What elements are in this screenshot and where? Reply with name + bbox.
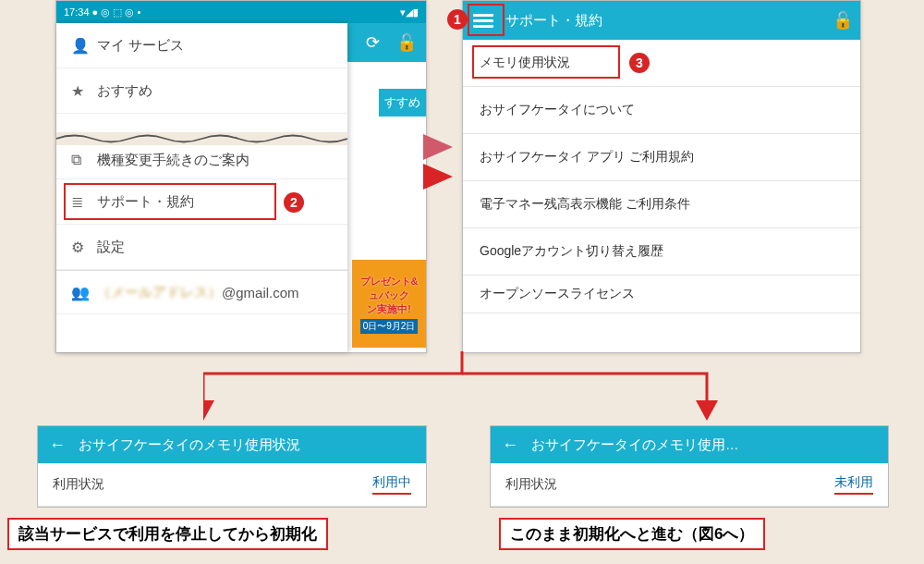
- back-icon[interactable]: ←: [49, 435, 66, 455]
- drawer-my-service[interactable]: 👤マイ サービス: [56, 23, 347, 68]
- right-app-panel: サポート・規約 🔓 メモリ使用状況 3 おサイフケータイについて おサイフケータ…: [462, 0, 861, 353]
- usage-row: 利用状況 利用中: [38, 463, 426, 507]
- usage-label: 利用状況: [505, 476, 557, 493]
- list-icon: ≣: [71, 193, 97, 211]
- caption-left: 該当サービスで利用を停止してから初期化: [7, 518, 328, 550]
- account-prefix: （メールアドレス）: [97, 284, 222, 301]
- drawer-item-label: 機種変更手続きのご案内: [97, 152, 249, 169]
- drawer-item-label: マイ サービス: [97, 37, 184, 55]
- svg-marker-1: [423, 164, 453, 190]
- promo-l4: 0日〜9月2日: [360, 319, 419, 334]
- page-title: サポート・規約: [505, 12, 833, 30]
- drawer-support-terms[interactable]: ≣サポート・規約 2: [56, 179, 347, 225]
- list-item-label: メモリ使用状況: [480, 55, 570, 71]
- callout-badge-2: 2: [284, 192, 304, 213]
- status-right-icons: ▾◢▮: [400, 6, 419, 18]
- bottom-right-panel: ← おサイフケータイのメモリ使用… 利用状況 未利用: [490, 425, 889, 508]
- promo-l1: プレゼント&: [360, 275, 419, 288]
- support-list: メモリ使用状況 3 おサイフケータイについて おサイフケータイ アプリ ご利用規…: [463, 40, 860, 313]
- callout-badge-3: 3: [629, 53, 650, 73]
- usage-value-unused: 未利用: [834, 474, 873, 495]
- drawer-item-label: 設定: [97, 239, 125, 256]
- promo-l3: ン実施中!: [367, 302, 411, 316]
- svg-marker-3: [696, 400, 718, 421]
- status-time: 17:34: [64, 6, 90, 18]
- svg-marker-2: [203, 400, 214, 421]
- memory-usage-titlebar: ← おサイフケータイのメモリ使用状況: [38, 426, 426, 463]
- page-title: おサイフケータイのメモリ使用…: [531, 436, 739, 454]
- account-domain: @gmail.com: [222, 285, 299, 300]
- list-item-label: おサイフケータイ アプリ ご利用規約: [480, 149, 694, 166]
- people-icon: 👥: [71, 284, 97, 301]
- svg-marker-0: [423, 134, 453, 160]
- lock-icon[interactable]: 🔓: [396, 32, 417, 53]
- refresh-icon[interactable]: ⟳: [366, 32, 380, 53]
- page-title: おサイフケータイのメモリ使用状況: [79, 436, 300, 454]
- list-item-label: 電子マネー残高表示機能 ご利用条件: [480, 196, 690, 213]
- drawer-recommended[interactable]: ★おすすめ: [56, 68, 347, 114]
- status-bar: 17:34 ● ◎ ⬚ ◎ • ▾◢▮: [56, 1, 426, 23]
- star-icon: ★: [71, 82, 97, 100]
- person-icon: 👤: [71, 37, 97, 55]
- list-google-switch[interactable]: Googleアカウント切り替え履歴: [463, 228, 860, 276]
- caption-right: このまま初期化へと進む（図6へ）: [499, 518, 765, 550]
- drawer-settings[interactable]: ⚙設定: [56, 225, 347, 270]
- usage-value-inuse: 利用中: [372, 474, 411, 495]
- gear-icon: ⚙: [71, 239, 97, 256]
- left-app-panel: 17:34 ● ◎ ⬚ ◎ • ▾◢▮ ⟳ 🔓 すすめ 👤マイ サービス ★おす…: [55, 0, 427, 353]
- hamburger-icon[interactable]: [470, 7, 496, 33]
- drawer-account[interactable]: 👥 （メールアドレス）@gmail.com: [56, 270, 347, 314]
- support-titlebar: サポート・規約 🔓: [463, 1, 860, 40]
- promo-banner-peek: プレゼント& ュバック ン実施中! 0日〜9月2日: [352, 260, 426, 348]
- list-memory-usage[interactable]: メモリ使用状況 3: [463, 40, 860, 87]
- usage-row: 利用状況 未利用: [491, 463, 888, 507]
- memory-usage-titlebar: ← おサイフケータイのメモリ使用…: [491, 426, 888, 463]
- promo-l2: ュバック: [369, 288, 409, 302]
- list-app-terms[interactable]: おサイフケータイ アプリ ご利用規約: [463, 134, 860, 181]
- list-oss-license[interactable]: オープンソースライセンス: [463, 276, 860, 313]
- flow-split-arrow-icon: [203, 351, 721, 435]
- callout-badge-1: 1: [447, 9, 468, 30]
- tab-peek[interactable]: すすめ: [379, 89, 426, 116]
- drawer-item-label: サポート・規約: [97, 193, 194, 211]
- bottom-left-panel: ← おサイフケータイのメモリ使用状況 利用状況 利用中: [37, 425, 427, 508]
- list-item-label: おサイフケータイについて: [480, 102, 635, 118]
- list-about-osaifu[interactable]: おサイフケータイについて: [463, 87, 860, 134]
- back-icon[interactable]: ←: [502, 435, 518, 455]
- usage-label: 利用状況: [53, 476, 104, 493]
- drawer-item-label: おすすめ: [97, 82, 152, 100]
- device-icon: ⧉: [71, 152, 97, 168]
- list-item-label: オープンソースライセンス: [480, 286, 635, 302]
- list-item-label: Googleアカウント切り替え履歴: [480, 243, 663, 260]
- status-left-icons: ● ◎ ⬚ ◎ •: [92, 6, 141, 18]
- nav-drawer: 👤マイ サービス ★おすすめ ⧉機種変更手続きのご案内 ≣サポート・規約 2 ⚙…: [56, 23, 347, 352]
- lock-icon[interactable]: 🔓: [833, 10, 853, 31]
- drawer-model-change[interactable]: ⧉機種変更手続きのご案内: [56, 141, 347, 179]
- list-balance-terms[interactable]: 電子マネー残高表示機能 ご利用条件: [463, 181, 860, 228]
